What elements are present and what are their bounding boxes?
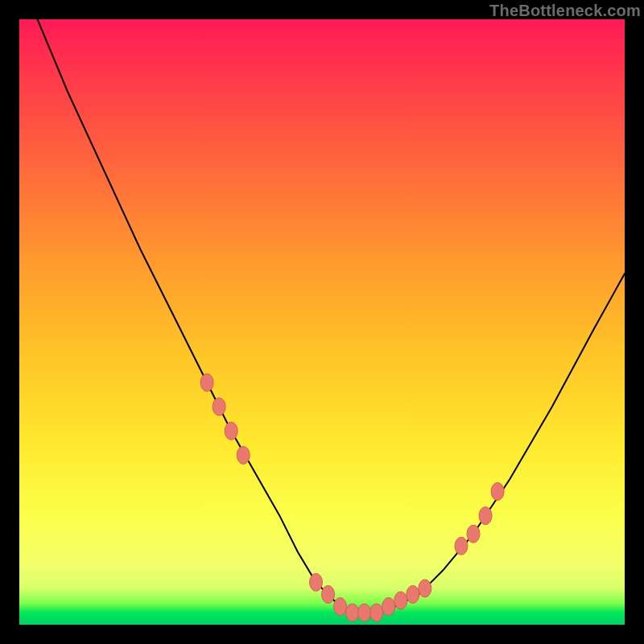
watermark-text: TheBottleneck.com bbox=[489, 2, 641, 20]
gradient-background bbox=[19, 19, 625, 625]
chart-frame bbox=[19, 19, 625, 625]
